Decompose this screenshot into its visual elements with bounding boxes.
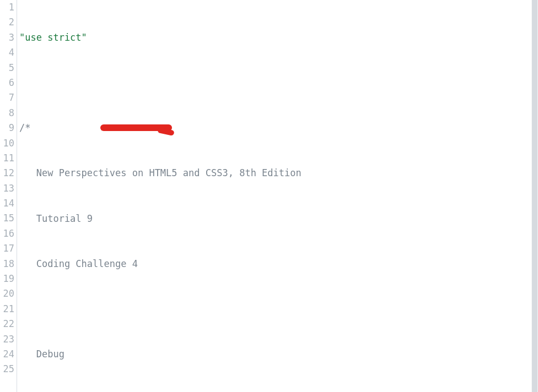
line-number: 19 [0,271,14,286]
code-line[interactable]: Tutorial 9 [19,211,538,226]
code-editor[interactable]: 1 2 3 4 5 6 7 8 9 10 11 12 13 14 15 16 1… [0,0,538,392]
line-number: 18 [0,257,14,271]
line-number-gutter: 1 2 3 4 5 6 7 8 9 10 11 12 13 14 15 16 1… [0,0,17,392]
line-number: 16 [0,226,14,241]
code-line[interactable]: "use strict" [19,30,538,45]
scrollbar-thumb[interactable] [532,0,537,392]
line-number: 25 [0,362,14,377]
code-line[interactable] [19,302,538,317]
line-number: 14 [0,196,14,211]
line-number: 5 [0,61,14,75]
line-number: 8 [0,106,14,121]
code-token: /* [19,122,30,133]
code-line[interactable]: New Perspectives on HTML5 and CSS3, 8th … [19,166,538,181]
line-number: 9 [0,121,14,135]
line-number: 7 [0,90,14,105]
line-number: 20 [0,286,14,301]
line-number: 15 [0,211,14,226]
code-token: "use strict" [19,32,87,43]
line-number: 3 [0,30,14,45]
code-area[interactable]: "use strict" /* New Perspectives on HTML… [17,0,538,392]
line-number: 6 [0,75,14,90]
code-line[interactable]: Coding Challenge 4 [19,257,538,271]
line-number: 1 [0,0,14,15]
vertical-scrollbar[interactable] [531,0,538,392]
line-number: 11 [0,151,14,166]
line-number: 22 [0,317,14,331]
line-number: 2 [0,15,14,30]
line-number: 10 [0,136,14,151]
code-token: Coding Challenge 4 [19,258,138,269]
code-line[interactable] [19,75,538,90]
line-number: 21 [0,302,14,317]
line-number: 23 [0,332,14,347]
line-number: 17 [0,241,14,256]
code-line[interactable]: /* [19,121,538,135]
line-number: 4 [0,45,14,60]
line-number: 24 [0,347,14,362]
code-token: Tutorial 9 [19,213,93,224]
code-line[interactable]: Debug [19,347,538,362]
code-token: Debug [19,349,64,360]
code-token: New Perspectives on HTML5 and CSS3, 8th … [19,167,302,178]
line-number: 12 [0,166,14,181]
line-number: 13 [0,181,14,196]
